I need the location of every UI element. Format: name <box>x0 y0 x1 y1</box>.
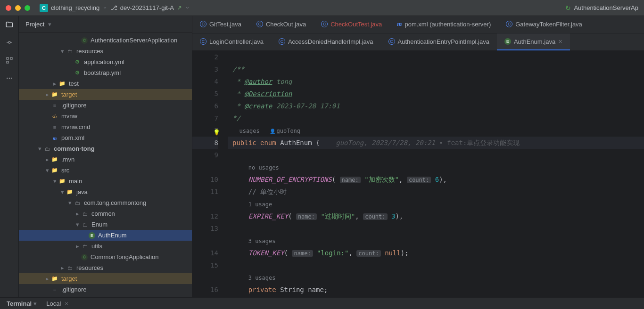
structure-tool-icon[interactable] <box>4 55 15 66</box>
tree-row[interactable]: ▾🗀com.tong.commontong <box>19 197 192 208</box>
tree-label: src <box>61 167 69 174</box>
code-line: /** <box>228 63 644 75</box>
tree-label: AuthEnum <box>98 232 127 239</box>
editor-tab[interactable]: CCheckOutTest.java <box>314 16 389 33</box>
commit-tool-icon[interactable] <box>4 37 15 48</box>
editor-tab[interactable]: CGatewayTokenFilter.java <box>498 16 590 33</box>
branch-name: dev-20231117-git-A <box>120 4 174 11</box>
tree-arrow-icon: ▾ <box>52 178 58 185</box>
branch-selector[interactable]: dev-20231117-git-A ↗ <box>110 4 189 11</box>
tree-row[interactable]: ▸🗀utils <box>19 241 192 252</box>
project-tree: ©AuthenticationServerApplication▾🗀resour… <box>19 33 192 297</box>
line-number[interactable]: 16 <box>192 284 218 296</box>
tree-row[interactable]: EAuthEnum <box>19 230 192 241</box>
line-number[interactable]: 3 <box>192 63 218 75</box>
close-icon[interactable]: ✕ <box>558 39 562 45</box>
line-number[interactable] <box>192 198 218 210</box>
code-usage-hint: 1 usage <box>228 198 644 210</box>
titlebar: C clothing_recycling dev-20231117-git-A … <box>0 0 644 16</box>
editor-tab[interactable]: CAuthenticationEntryPointImpl.java <box>381 33 497 50</box>
editor-tab[interactable]: mpom.xml (authentication-server) <box>389 16 498 33</box>
code[interactable]: /** * @author tong * @Description * @cre… <box>228 51 644 297</box>
tree-arrow-icon: ▾ <box>37 145 42 152</box>
code-usage-hint: usages guoTong <box>228 124 644 137</box>
tree-row[interactable]: mpom.xml <box>19 132 192 143</box>
run-icon <box>565 4 571 12</box>
editor-tab[interactable]: EAuthEnum.java✕ <box>497 33 570 50</box>
chevron-down-icon <box>47 21 51 28</box>
close-icon[interactable] <box>6 5 11 11</box>
line-number[interactable]: 11 <box>192 186 218 198</box>
line-number[interactable]: 7 <box>192 112 218 124</box>
tree-row[interactable]: ⚙application.yml <box>19 57 192 67</box>
close-icon[interactable]: × <box>65 300 68 307</box>
tree-row[interactable]: ©CommonTongApplication <box>19 252 192 262</box>
branch-icon <box>110 4 117 11</box>
line-number[interactable]: 15 <box>192 259 218 271</box>
tree-label: utils <box>91 243 102 250</box>
tree-row[interactable]: ©AuthenticationServerApplication <box>19 35 192 46</box>
line-number[interactable]: 5 <box>192 88 218 100</box>
line-number[interactable]: 6 <box>192 100 218 112</box>
tree-row[interactable]: ‹/›mvnw <box>19 111 192 122</box>
tree-row[interactable]: ≡.gitignore <box>19 284 192 295</box>
line-number[interactable]: 7 <box>192 124 218 137</box>
chevron-down-icon <box>33 300 37 307</box>
project-selector[interactable]: C clothing_recycling <box>40 4 107 12</box>
tree-row[interactable]: ▸📁target <box>19 273 192 284</box>
line-number[interactable]: 2 <box>192 51 218 63</box>
tree-row[interactable]: ▸📁test <box>19 78 192 89</box>
maximize-icon[interactable] <box>25 5 30 11</box>
window-controls <box>6 5 30 11</box>
tree-row[interactable]: ▾🗀resources <box>19 46 192 57</box>
minimize-icon[interactable] <box>15 5 21 11</box>
tree-row[interactable]: ▾📁src <box>19 165 192 176</box>
editor-tab[interactable]: CCheckOut.java <box>249 16 314 33</box>
line-number[interactable]: 14 <box>192 247 218 259</box>
code-line: EXPIRE_KEY( name: "过期时间", count: 3), <box>228 210 644 222</box>
terminal-tool[interactable]: Terminal <box>7 300 37 307</box>
line-number[interactable]: 10 <box>192 173 218 186</box>
tree-label: .gitignore <box>61 102 86 109</box>
editor-body[interactable]: 23456778910111213141516 /** * @author to… <box>192 51 644 297</box>
tree-row[interactable]: ▾🗀Enum <box>19 219 192 230</box>
line-number[interactable]: 8 <box>192 137 218 149</box>
tree-row[interactable]: ▸📁target <box>19 89 192 100</box>
tree-row[interactable]: ▾📁main <box>19 176 192 187</box>
chevron-down-icon <box>102 4 106 11</box>
tree-row[interactable]: ▸🗀resources <box>19 262 192 273</box>
class-icon: C <box>506 21 512 27</box>
tree-arrow-icon: ▸ <box>52 80 58 87</box>
run-context[interactable]: AuthenticationServerAp <box>565 4 638 12</box>
tree-label: java <box>76 188 88 195</box>
tree-row[interactable]: ▸🗀common <box>19 208 192 219</box>
line-number[interactable] <box>192 235 218 247</box>
line-number[interactable]: 4 <box>192 75 218 88</box>
panel-header[interactable]: Project <box>19 16 192 33</box>
terminal-local[interactable]: Local × <box>46 300 68 307</box>
editor-tab[interactable]: CGitTest.java <box>192 16 249 33</box>
line-number[interactable] <box>192 271 218 284</box>
code-line: public enum AuthEnum { guoTong, 2023/7/2… <box>228 137 644 149</box>
tree-label: common <box>91 210 115 217</box>
tree-row[interactable]: ▾📁java <box>19 187 192 197</box>
line-number[interactable]: 12 <box>192 210 218 222</box>
editor-tab[interactable]: CLoginController.java <box>192 33 271 50</box>
code-line <box>228 259 644 271</box>
tree-row[interactable]: ⚙bootstrap.yml <box>19 67 192 78</box>
tree-label: Enum <box>91 221 107 228</box>
tree-row[interactable]: ▸📁.mvn <box>19 154 192 165</box>
tree-row[interactable]: ≡mvnw.cmd <box>19 122 192 132</box>
line-number[interactable]: 13 <box>192 222 218 235</box>
tree-row[interactable]: ≡.gitignore <box>19 100 192 111</box>
svg-point-7 <box>8 78 10 79</box>
editor-tab[interactable]: CAccessDeniedHandlerImpl.java <box>271 33 381 50</box>
tree-row[interactable]: ▾🗀common-tong <box>19 143 192 154</box>
line-number[interactable] <box>192 161 218 173</box>
tree-arrow-icon: ▸ <box>74 243 80 250</box>
project-tool-icon[interactable] <box>4 19 15 30</box>
more-tool-icon[interactable] <box>4 73 15 84</box>
chevron-down-icon <box>185 4 189 11</box>
class-icon: C <box>321 21 328 27</box>
line-number[interactable]: 9 <box>192 149 218 161</box>
